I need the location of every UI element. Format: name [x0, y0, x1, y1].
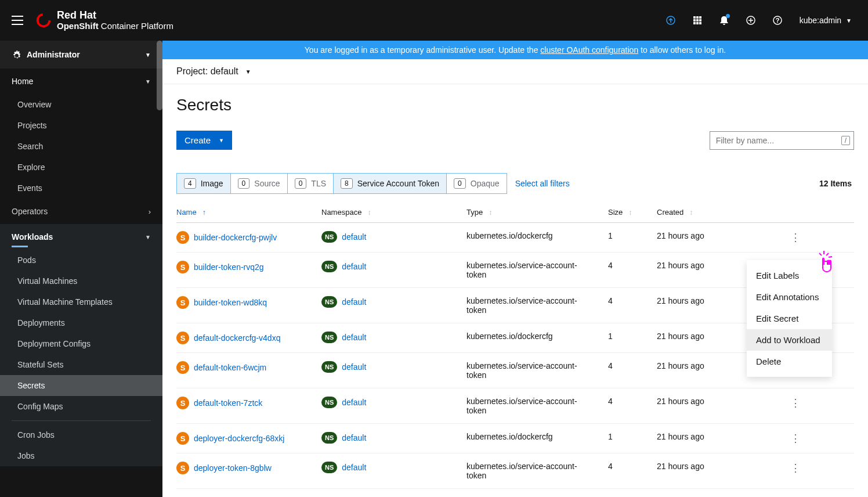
cell-name: Sdeployer-token-8gblw	[176, 462, 321, 474]
cell-name: Sdefault-token-7ztck	[176, 397, 321, 409]
cell-namespace: NSdefault	[321, 462, 466, 473]
help-icon[interactable]: ?	[773, 16, 782, 25]
apps-icon[interactable]	[693, 16, 702, 25]
namespace-badge-icon: NS	[321, 397, 337, 408]
cell-namespace: NSdefault	[321, 432, 466, 444]
create-button[interactable]: Create ▼	[176, 131, 232, 150]
sidebar-item-config-maps[interactable]: Config Maps	[0, 396, 162, 417]
col-name[interactable]: Name↑	[176, 208, 321, 217]
filter-pills: 4Image0Source0TLS8Service Account Token0…	[176, 173, 507, 194]
pill-label: Source	[254, 179, 280, 188]
select-all-filters[interactable]: Select all filters	[515, 179, 570, 188]
sidebar-item-virtual-machines[interactable]: Virtual Machines	[0, 271, 162, 291]
secret-link[interactable]: default-dockercfg-v4dxq	[194, 333, 280, 343]
kebab-button[interactable]: ⋮	[790, 231, 819, 244]
sidebar: Administrator ▼ Home ▼ OverviewProjectsS…	[0, 41, 162, 497]
page-title: Secrets	[176, 96, 854, 114]
sidebar-item-cron-jobs[interactable]: Cron Jobs	[0, 424, 162, 445]
filter-input[interactable]	[710, 132, 838, 149]
cell-name: Sbuilder-token-rvq2g	[176, 261, 321, 273]
oauth-link[interactable]: cluster OAuth configuration	[540, 45, 638, 55]
kebab-button[interactable]: ⋮	[790, 432, 819, 445]
namespace-link[interactable]: default	[342, 362, 366, 372]
secret-link[interactable]: builder-dockercfg-pwjlv	[194, 233, 277, 242]
sidebar-item-pods[interactable]: Pods	[0, 250, 162, 271]
sidebar-item-search[interactable]: Search	[0, 136, 162, 157]
sidebar-item-deployment-configs[interactable]: Deployment Configs	[0, 333, 162, 354]
filter-pill-source[interactable]: 0Source	[231, 174, 288, 193]
menu-item-delete[interactable]: Delete	[747, 351, 832, 372]
cell-created: 21 hours ago	[657, 231, 790, 240]
sidebar-item-explore[interactable]: Explore	[0, 157, 162, 178]
sidebar-item-stateful-sets[interactable]: Stateful Sets	[0, 354, 162, 375]
namespace-link[interactable]: default	[342, 297, 366, 307]
secret-link[interactable]: default-token-7ztck	[194, 398, 262, 408]
project-selector[interactable]: Project: default ▼	[162, 59, 868, 84]
col-type: Type↕	[466, 208, 608, 217]
sidebar-item-projects[interactable]: Projects	[0, 115, 162, 136]
svg-rect-6	[696, 19, 699, 21]
cell-name: Sdefault-dockercfg-v4dxq	[176, 332, 321, 344]
menu-item-edit-labels[interactable]: Edit Labels	[747, 265, 832, 286]
namespace-link[interactable]: default	[342, 398, 366, 407]
cell-type: kubernetes.io/dockercfg	[466, 231, 608, 240]
sidebar-item-jobs[interactable]: Jobs	[0, 445, 162, 466]
table-row: Sbuilder-dockercfg-pwjlvNSdefaultkuberne…	[176, 223, 854, 253]
filter-pill-opaque[interactable]: 0Opaque	[447, 174, 507, 193]
perspective-label: Administrator	[27, 50, 139, 59]
svg-rect-8	[693, 22, 696, 24]
kebab-button[interactable]: ⋮	[790, 397, 819, 409]
table-header: Name↑ Namespace↕ Type↕ Size↕ Created↕	[176, 201, 854, 223]
kebab-dropdown: Edit LabelsEdit AnnotationsEdit SecretAd…	[747, 260, 832, 377]
namespace-link[interactable]: default	[342, 433, 366, 442]
nav-header-home[interactable]: Home ▼	[0, 69, 162, 94]
namespace-link[interactable]: default	[342, 333, 366, 342]
username: kube:admin	[800, 16, 841, 25]
chevron-down-icon: ▼	[145, 234, 151, 240]
brand[interactable]: Red Hat OpenShift Container Platform	[35, 10, 173, 31]
nav-header-workloads[interactable]: Workloads ▼	[0, 224, 162, 250]
sidebar-item-virtual-machine-templates[interactable]: Virtual Machine Templates	[0, 291, 162, 312]
cell-name: Sdeployer-dockercfg-68xkj	[176, 432, 321, 445]
nav-toggle[interactable]	[0, 16, 35, 25]
secret-link[interactable]: deployer-dockercfg-68xkj	[194, 434, 284, 443]
kebab-button[interactable]: ⋮	[790, 462, 819, 474]
menu-item-edit-secret[interactable]: Edit Secret	[747, 308, 832, 329]
namespace-badge-icon: NS	[321, 332, 337, 343]
bell-icon[interactable]	[719, 15, 729, 26]
col-size[interactable]: Size↕	[608, 208, 657, 217]
namespace-link[interactable]: default	[342, 262, 366, 271]
col-namespace[interactable]: Namespace↕	[321, 208, 466, 217]
nav-header-operators[interactable]: Operators ›	[0, 199, 162, 224]
user-menu[interactable]: kube:admin ▼	[800, 16, 852, 25]
plus-icon[interactable]	[746, 16, 755, 25]
filter-pill-tls[interactable]: 0TLS	[288, 174, 334, 193]
sidebar-item-secrets[interactable]: Secrets	[0, 375, 162, 396]
caret-down-icon: ▼	[245, 69, 251, 75]
cell-type: kubernetes.io/service-account-token	[466, 361, 608, 380]
menu-item-add-to-workload[interactable]: Add to Workload	[747, 329, 832, 351]
cell-name: Sbuilder-token-wd8kq	[176, 296, 321, 309]
namespace-link[interactable]: default	[342, 232, 366, 242]
secret-link[interactable]: builder-token-wd8kq	[194, 298, 267, 307]
secret-link[interactable]: deployer-token-8gblw	[194, 463, 272, 473]
sidebar-item-events[interactable]: Events	[0, 178, 162, 199]
menu-item-edit-annotations[interactable]: Edit Annotations	[747, 286, 832, 308]
namespace-link[interactable]: default	[342, 463, 366, 472]
filter-pill-service-account-token[interactable]: 8Service Account Token	[334, 174, 447, 193]
caret-down-icon: ▼	[145, 52, 151, 58]
cell-created: 21 hours ago	[657, 397, 790, 406]
sidebar-item-deployments[interactable]: Deployments	[0, 312, 162, 333]
col-created[interactable]: Created↕	[657, 208, 790, 217]
perspective-switcher[interactable]: Administrator ▼	[0, 41, 162, 69]
filter-pill-image[interactable]: 4Image	[177, 174, 231, 193]
cell-size: 4	[608, 462, 657, 471]
hamburger-icon	[12, 16, 23, 25]
import-icon[interactable]	[666, 16, 675, 25]
namespace-badge-icon: NS	[321, 432, 337, 444]
secret-link[interactable]: default-token-6wcjm	[194, 363, 266, 372]
sidebar-item-overview[interactable]: Overview	[0, 94, 162, 115]
shortcut-hint: /	[841, 136, 850, 145]
secret-link[interactable]: builder-token-rvq2g	[194, 262, 264, 272]
svg-rect-5	[693, 19, 696, 21]
